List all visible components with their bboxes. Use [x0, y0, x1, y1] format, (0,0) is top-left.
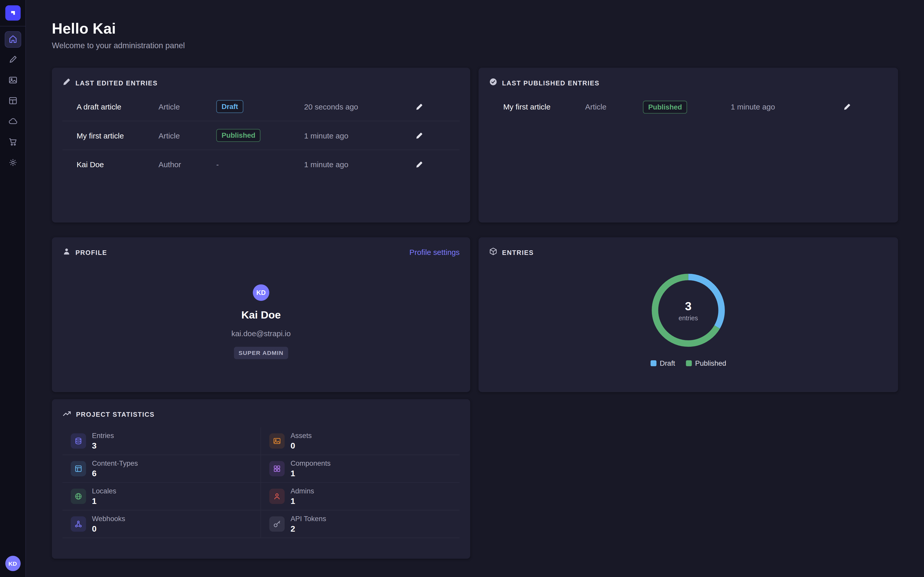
user-avatar[interactable]: KD [5, 556, 21, 571]
globe-icon [71, 489, 86, 504]
webhook-icon [71, 516, 86, 532]
stat-content-types: Content-Types6 [62, 455, 261, 483]
entry-type: Author [158, 160, 216, 169]
project-statistics-card: PROJECT STATISTICS Entries3 Assets0 [52, 399, 470, 559]
entry-status: Draft [216, 100, 304, 113]
stat-assets: Assets0 [261, 427, 460, 455]
sidebar-item-media-library[interactable] [4, 73, 21, 89]
entry-name: My first article [503, 102, 585, 111]
entry-type: Article [585, 102, 643, 111]
card-header: PROJECT STATISTICS [61, 408, 461, 420]
last-published-entries-card: LAST PUBLISHED ENTRIES My first article … [478, 68, 898, 222]
profile-avatar: KD [253, 284, 269, 301]
user-icon [269, 489, 284, 504]
profile-settings-link[interactable]: Profile settings [409, 248, 460, 257]
profile-card: PROFILE Profile settings KD Kai Doe kai.… [52, 237, 470, 392]
legend-item-published: Published [686, 359, 726, 367]
entry-status: Published [216, 129, 304, 142]
card-header: PROFILE [61, 247, 461, 258]
entry-time: 1 minute ago [731, 102, 842, 111]
trending-up-icon [62, 409, 71, 420]
entry-status: Published [643, 100, 731, 113]
stat-entries: Entries3 [62, 427, 261, 455]
pen-icon [8, 54, 18, 66]
stats-grid: Entries3 Assets0 Content-Types6 [62, 427, 459, 538]
stat-value: 1 [92, 496, 116, 506]
sidebar-item-settings[interactable] [4, 155, 21, 171]
entries-card: ENTRIES 3 entries Draft [478, 237, 898, 392]
page-subtitle: Welcome to your administration panel [52, 41, 898, 50]
stat-value: 2 [291, 524, 326, 533]
stat-label: Entries [92, 432, 114, 440]
edit-icon[interactable] [414, 132, 423, 139]
legend-label: Draft [660, 359, 675, 367]
cloud-icon [8, 116, 18, 127]
legend-label: Published [695, 359, 726, 367]
layout-grid-icon [71, 461, 86, 477]
gear-icon [8, 158, 18, 169]
entries-donut-chart: 3 entries [647, 269, 729, 351]
draft-swatch [650, 360, 656, 366]
entry-type: Article [158, 131, 216, 140]
entry-type: Article [158, 102, 216, 111]
stat-label: Components [291, 459, 331, 467]
sidebar-item-content-manager[interactable] [4, 52, 21, 68]
card-title: LAST EDITED ENTRIES [76, 79, 158, 87]
dashboard-grid: LAST EDITED ENTRIES A draft article Arti… [52, 68, 898, 559]
donut-center: 3 entries [647, 269, 729, 351]
status-badge: Published [643, 100, 687, 113]
layout-icon [8, 96, 18, 107]
entry-time: 20 seconds ago [304, 102, 414, 111]
card-header: LAST EDITED ENTRIES [61, 77, 461, 89]
table-row[interactable]: My first article Article Published 1 min… [489, 92, 888, 121]
edit-icon[interactable] [842, 103, 851, 111]
status-badge: Published [216, 129, 261, 142]
stat-components: Components1 [261, 455, 460, 483]
stat-value: 3 [92, 441, 114, 451]
last-edited-entries-card: LAST EDITED ENTRIES A draft article Arti… [52, 68, 470, 222]
edit-icon[interactable] [414, 161, 423, 169]
sidebar-item-cloud[interactable] [4, 114, 21, 130]
stat-label: API Tokens [291, 515, 326, 523]
chart-legend: Draft Published [488, 359, 888, 367]
last-edited-table: A draft article Article Draft 20 seconds… [62, 92, 459, 179]
entry-name: A draft article [76, 102, 158, 111]
profile-email: kai.doe@strapi.io [231, 329, 291, 338]
home-icon [8, 34, 18, 45]
sidebar-item-marketplace[interactable] [4, 134, 21, 150]
sidebar: KD [0, 0, 26, 577]
strapi-admin-app: KD Hello Kai Welcome to your administrat… [0, 0, 924, 577]
cart-icon [8, 137, 18, 148]
donut-value: 3 [685, 299, 692, 313]
strapi-logo-icon [8, 9, 17, 17]
card-title: PROFILE [76, 249, 107, 256]
entry-name: My first article [76, 131, 158, 140]
card-title: ENTRIES [502, 249, 534, 256]
entry-name: Kai Doe [76, 160, 158, 169]
card-title: PROJECT STATISTICS [76, 411, 155, 418]
strapi-logo[interactable] [5, 5, 21, 21]
sidebar-item-content-type-builder[interactable] [4, 93, 21, 110]
legend-item-draft: Draft [650, 359, 675, 367]
stat-value: 0 [92, 524, 125, 533]
stat-value: 1 [291, 469, 331, 478]
donut-label: entries [678, 314, 698, 321]
table-row[interactable]: Kai Doe Author - 1 minute ago [62, 150, 459, 179]
table-row[interactable]: My first article Article Published 1 min… [62, 121, 459, 150]
person-icon [62, 247, 71, 258]
status-badge: Draft [216, 100, 244, 113]
stat-locales: Locales1 [62, 483, 261, 511]
stat-value: 6 [92, 469, 138, 478]
stat-value: 0 [291, 441, 312, 451]
profile-body: KD Kai Doe kai.doe@strapi.io SUPER ADMIN [61, 284, 461, 359]
table-row[interactable]: A draft article Article Draft 20 seconds… [62, 92, 459, 121]
entry-status: - [216, 160, 304, 169]
cube-icon [489, 247, 498, 258]
edit-icon[interactable] [414, 103, 423, 111]
sidebar-item-home[interactable] [4, 31, 21, 48]
page-title: Hello Kai [52, 20, 898, 37]
stat-admins: Admins1 [261, 483, 460, 511]
puzzle-icon [269, 461, 284, 477]
stat-label: Webhooks [92, 515, 125, 523]
check-circle-icon [489, 78, 498, 88]
